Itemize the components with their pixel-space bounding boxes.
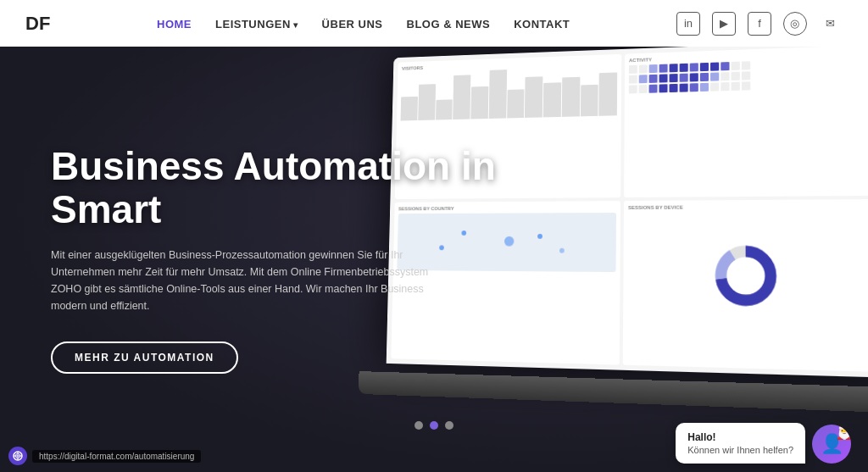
nav-item-home[interactable]: HOME	[157, 16, 192, 31]
nav-item-ueber-uns[interactable]: ÜBER UNS	[322, 16, 383, 31]
dot-1[interactable]	[415, 421, 423, 430]
nav-link-leistungen[interactable]: LEISTUNGEN	[215, 18, 298, 31]
nav-menu: HOME LEISTUNGEN ÜBER UNS BLOG & NEWS KON…	[157, 16, 570, 31]
youtube-icon[interactable]: ▶	[712, 12, 736, 36]
logo-text: DF	[25, 13, 50, 34]
nav-link-kontakt[interactable]: KONTAKT	[514, 18, 570, 31]
email-icon[interactable]: ✉	[819, 12, 843, 36]
dot-3[interactable]	[445, 421, 453, 430]
nav-link-home[interactable]: HOME	[157, 18, 192, 31]
hero-content: Business Automation in Smart Mit einer a…	[0, 47, 868, 472]
hero-subtitle: Mit einer ausgeklügelten Business-Prozes…	[51, 247, 458, 314]
linkedin-icon[interactable]: in	[676, 12, 700, 36]
chat-widget[interactable]: Hallo! Können wir Ihnen helfen? 👤 🎅	[676, 423, 851, 464]
dot-2[interactable]	[430, 421, 438, 430]
chat-message: Können wir Ihnen helfen?	[687, 445, 793, 455]
nav-item-blog[interactable]: BLOG & NEWS	[407, 16, 491, 31]
url-link-icon	[8, 447, 27, 465]
nav-link-blog[interactable]: BLOG & NEWS	[407, 18, 491, 31]
slide-dots	[415, 421, 453, 430]
chat-avatar[interactable]: 👤 🎅	[812, 425, 851, 464]
site-logo[interactable]: DF	[25, 13, 50, 35]
url-bar: https://digital-format.com/automatisieru…	[8, 447, 201, 465]
santa-hat-icon: 🎅	[835, 425, 851, 441]
chat-bubble: Hallo! Können wir Ihnen helfen?	[676, 423, 805, 464]
link-icon-svg	[13, 451, 23, 461]
cta-button[interactable]: MEHR ZU AUTOMATION	[51, 342, 238, 374]
hero-title: Business Automation in Smart	[51, 145, 559, 230]
facebook-icon[interactable]: f	[748, 12, 771, 36]
instagram-icon[interactable]: ◎	[783, 12, 807, 36]
social-icons: in ▶ f ◎ ✉	[676, 12, 843, 36]
nav-item-kontakt[interactable]: KONTAKT	[514, 16, 570, 31]
url-text: https://digital-format.com/automatisieru…	[32, 450, 201, 463]
nav-link-ueber-uns[interactable]: ÜBER UNS	[322, 18, 383, 31]
chat-greeting: Hallo!	[687, 431, 793, 443]
nav-item-leistungen[interactable]: LEISTUNGEN	[215, 16, 298, 31]
navbar: DF HOME LEISTUNGEN ÜBER UNS BLOG & NEWS …	[0, 0, 868, 47]
